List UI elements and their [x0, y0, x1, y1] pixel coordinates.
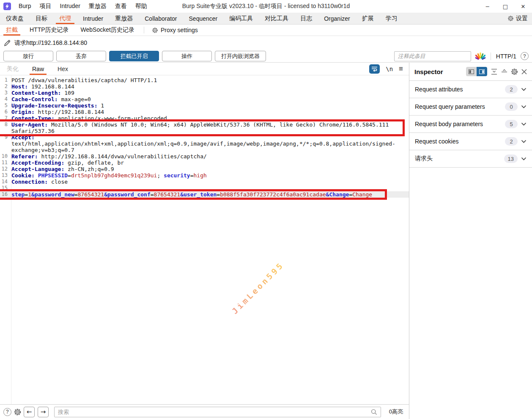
main-tab[interactable]: 学习	[380, 13, 403, 24]
prev-match-button[interactable]: ←	[24, 407, 35, 417]
inspector-section[interactable]: Request query parameters0	[409, 98, 532, 115]
text-segment: 1	[28, 191, 31, 198]
text-segment: =	[74, 191, 78, 198]
text-segment: Accept:	[11, 134, 35, 141]
line-number: 11	[0, 160, 9, 166]
menu-item[interactable]: 重放器	[85, 3, 111, 10]
chevron-down-icon[interactable]	[521, 85, 527, 93]
search-input[interactable]	[55, 409, 371, 415]
menu-item[interactable]: Burp	[14, 3, 36, 10]
show-newlines-icon[interactable]: \n	[386, 66, 393, 72]
collapse-all-icon[interactable]	[501, 69, 507, 75]
editor-tab[interactable]: Hex	[51, 63, 75, 75]
word-wrap-icon[interactable]	[369, 64, 380, 74]
request-editor-pane: 美化RawHex \n ≡ 1POST /dvwa/vulnerabilitie…	[0, 63, 409, 419]
menu-item[interactable]: 项目	[36, 3, 56, 10]
gear-icon[interactable]	[14, 408, 22, 416]
count-badge: 5	[505, 120, 518, 128]
line-number: 4	[0, 96, 9, 102]
main-tab[interactable]: 日志	[294, 13, 318, 24]
inspector-layout-toggle	[466, 67, 487, 76]
menu-bar: Burp项目Intruder重放器查看帮助	[14, 3, 151, 10]
line-content: Cookie: PHPSESSID=drt5nplb97ghd49emc91q2…	[9, 172, 409, 179]
request-line: 11Accept-Encoding: gzip, deflate, br	[0, 160, 409, 166]
help-icon[interactable]: ?	[3, 408, 11, 416]
highlight-count-label: 0高亮	[384, 408, 406, 416]
menu-item[interactable]: Intruder	[56, 3, 85, 10]
main-tab[interactable]: 扩展	[356, 13, 380, 24]
close-button[interactable]: ✕	[514, 0, 532, 13]
chevron-down-icon[interactable]	[521, 138, 527, 145]
main-tab[interactable]: Organizer	[318, 13, 356, 24]
chevron-down-icon[interactable]	[521, 120, 527, 128]
control-button[interactable]: 放行	[3, 51, 53, 61]
control-button[interactable]: 丢弃	[56, 51, 106, 61]
line-content: Host: 192.168.8.144	[9, 83, 409, 90]
gear-icon	[507, 15, 514, 22]
main-tab[interactable]: 编码工具	[223, 13, 259, 24]
main-tab[interactable]: Intruder	[77, 13, 109, 24]
line-content: Referer: http://192.168.8.144/dvwa/vulne…	[9, 153, 409, 160]
line-number: 2	[0, 83, 9, 90]
pencil-icon[interactable]	[3, 39, 11, 47]
editor-tab[interactable]: 美化	[0, 63, 25, 75]
gear-icon[interactable]	[511, 68, 518, 75]
request-line: 10Referer: http://192.168.8.144/dvwa/vul…	[0, 153, 409, 160]
intercept-controls-row: 放行丢弃拦截已开启操作打开内嵌浏览器 HTTP/1 ?	[0, 50, 532, 63]
inspector-section[interactable]: 请求头13	[409, 150, 532, 167]
proxy-tab[interactable]: WebSocket历史记录	[75, 25, 140, 36]
inspector-section[interactable]: Request attributes2	[409, 80, 532, 98]
control-button[interactable]: 拦截已开启	[109, 51, 159, 61]
highlight-color-icon[interactable]	[475, 52, 485, 61]
main-tab[interactable]: 代理	[53, 13, 77, 24]
text-segment: high	[194, 172, 207, 179]
request-lines: 1POST /dvwa/vulnerabilities/captcha/ HTT…	[0, 77, 409, 198]
help-icon[interactable]: ?	[521, 52, 529, 60]
proxy-tab-bar: 拦截HTTP历史记录WebSocket历史记录 Proxy settings	[0, 25, 532, 36]
main-tab[interactable]: 目标	[30, 13, 53, 24]
line-content: Accept-Encoding: gzip, deflate, br	[9, 160, 409, 166]
proxy-tab[interactable]: HTTP历史记录	[24, 25, 75, 36]
main-tab[interactable]: Collaborator	[139, 13, 183, 24]
next-match-button[interactable]: →	[38, 407, 49, 417]
editor-menu-icon[interactable]: ≡	[399, 65, 403, 72]
close-inspector-icon[interactable]	[521, 69, 527, 74]
proxy-settings-button[interactable]: Proxy settings	[148, 25, 202, 36]
main-tab[interactable]: Sequencer	[183, 13, 224, 24]
editor-tab-bar: 美化RawHex \n ≡	[0, 63, 409, 75]
request-editor[interactable]: 1POST /dvwa/vulnerabilities/captcha/ HTT…	[0, 75, 409, 404]
chevron-down-icon[interactable]	[521, 155, 527, 163]
text-segment: 87654321	[78, 191, 104, 198]
menu-item[interactable]: 帮助	[131, 3, 151, 10]
control-button[interactable]: 操作	[162, 51, 212, 61]
text-segment: security	[164, 172, 190, 179]
main-tab[interactable]: 重放器	[109, 13, 139, 24]
line-number: 10	[0, 153, 9, 160]
layout-left-icon[interactable]	[466, 67, 477, 76]
line-number: 8	[0, 121, 9, 134]
chevron-down-icon[interactable]	[521, 103, 527, 110]
maximize-button[interactable]: □	[496, 0, 514, 13]
inspector-section[interactable]: Request cookies2	[409, 132, 532, 150]
editor-tab[interactable]: Raw	[25, 63, 51, 75]
text-segment: =	[68, 172, 71, 179]
main-tab[interactable]: 对比工具	[259, 13, 294, 24]
comment-input[interactable]	[394, 51, 471, 61]
menu-item[interactable]: 查看	[111, 3, 131, 10]
expand-all-icon[interactable]	[491, 69, 497, 75]
divider	[144, 27, 144, 33]
proxy-tab[interactable]: 拦截	[0, 25, 24, 36]
minimize-button[interactable]: −	[479, 0, 496, 13]
layout-right-icon[interactable]	[477, 67, 487, 76]
line-number: 9	[0, 134, 9, 153]
line-content: POST /dvwa/vulnerabilities/captcha/ HTTP…	[9, 77, 409, 83]
request-line: 5Upgrade-Insecure-Requests: 1	[0, 102, 409, 109]
control-button[interactable]: 打开内嵌浏览器	[215, 51, 266, 61]
inspector-section[interactable]: Request body parameters5	[409, 115, 532, 132]
text-segment: Accept-Encoding:	[11, 160, 64, 166]
text-segment: Mozilla/5.0 (Windows NT 10.0; Win64; x64…	[11, 121, 392, 134]
text-segment: =	[217, 191, 220, 198]
settings-button[interactable]: 设置	[507, 13, 532, 24]
text-segment	[35, 172, 38, 179]
main-tab[interactable]: 仪表盘	[0, 13, 30, 24]
